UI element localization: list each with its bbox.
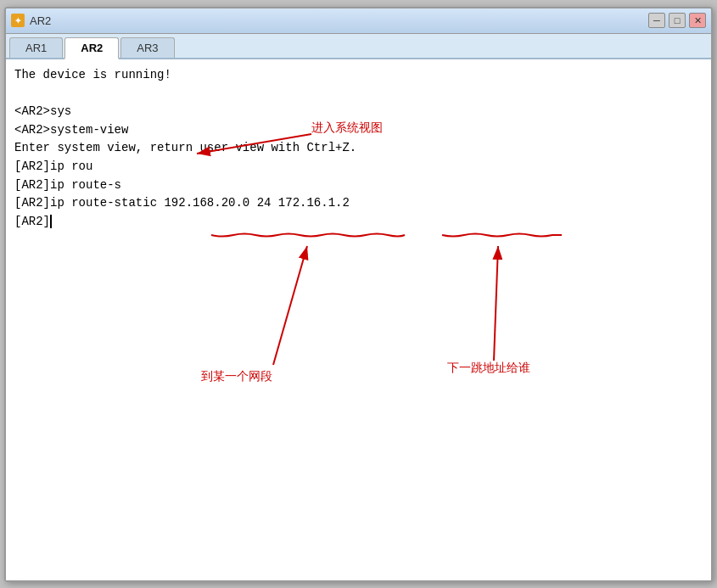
svg-line-1 <box>197 134 311 154</box>
minimize-button[interactable]: ─ <box>648 13 665 28</box>
title-bar: ✦ AR2 ─ □ ✕ <box>6 8 711 34</box>
svg-line-2 <box>273 246 307 365</box>
main-window: ✦ AR2 ─ □ ✕ AR1 AR2 AR3 The device is ru… <box>4 7 713 582</box>
app-icon: ✦ <box>11 14 25 27</box>
tab-bar: AR1 AR2 AR3 <box>6 34 711 59</box>
tab-ar1[interactable]: AR1 <box>9 37 63 58</box>
annotation-network-segment: 到某一个网段 <box>201 369 272 384</box>
close-button[interactable]: ✕ <box>689 13 706 28</box>
annotation-overlay <box>6 59 711 580</box>
maximize-button[interactable]: □ <box>669 13 686 28</box>
annotation-system-view: 进入系统视图 <box>311 120 383 136</box>
title-bar-left: ✦ AR2 <box>11 14 51 27</box>
window-title: AR2 <box>30 14 51 27</box>
svg-line-3 <box>494 246 498 361</box>
terminal-content[interactable]: The device is running! <AR2>sys <AR2>sys… <box>6 59 711 580</box>
tab-ar3[interactable]: AR3 <box>120 37 174 58</box>
window-controls: ─ □ ✕ <box>648 13 706 28</box>
annotation-next-hop: 下一跳地址给谁 <box>447 361 530 376</box>
tab-ar2[interactable]: AR2 <box>64 37 119 59</box>
